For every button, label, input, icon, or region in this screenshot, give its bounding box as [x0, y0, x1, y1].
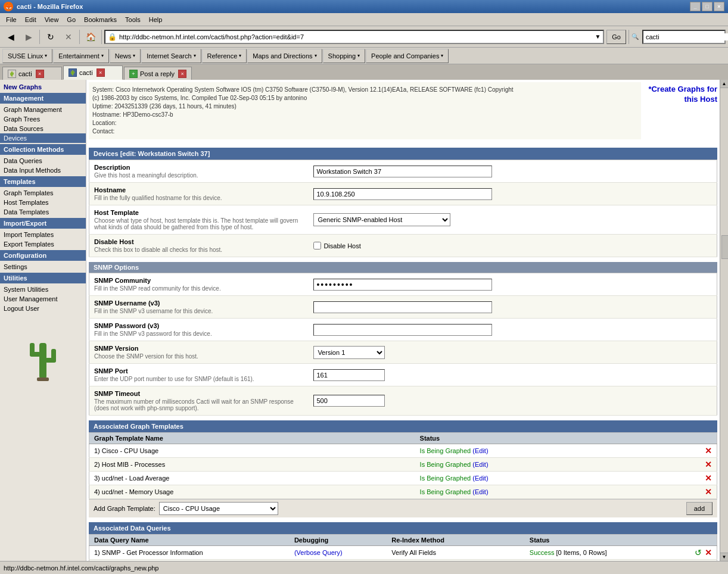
reload-button[interactable]: ↻	[42, 29, 59, 45]
snmp-row-username: SNMP Username (v3) Fill in the SNMP v3 u…	[89, 296, 717, 319]
sidebar-item-host-templates[interactable]: Host Templates	[0, 198, 86, 207]
toolbar-separator-4	[629, 30, 629, 44]
stop-button[interactable]: ✕	[60, 29, 77, 45]
menu-tools[interactable]: Tools	[122, 15, 144, 24]
search-input[interactable]	[646, 33, 728, 40]
menu-edit[interactable]: Edit	[21, 15, 40, 24]
gt-edit-link-2[interactable]: (Edit)	[472, 475, 488, 482]
bookmark-internet-search[interactable]: Internet Search▾	[141, 49, 201, 63]
sidebar-item-import-templates[interactable]: Import Templates	[0, 230, 86, 239]
menu-bookmarks[interactable]: Bookmarks	[80, 15, 120, 24]
snmp-version-select[interactable]: Version 1	[313, 346, 385, 359]
snmp-username-input[interactable]	[313, 301, 492, 313]
sidebar-item-devices[interactable]: Devices	[0, 133, 86, 143]
gt-status-2: Is Being Graphed (Edit)	[415, 472, 700, 485]
sidebar-item-data-queries[interactable]: Data Queries	[0, 156, 86, 166]
description-desc: Give this host a meaningful description.	[94, 172, 304, 179]
description-input[interactable]	[313, 166, 492, 177]
gt-delete-icon-2[interactable]: ✕	[705, 473, 712, 483]
tab-post-reply[interactable]: + Post a reply ×	[124, 67, 192, 80]
bookmark-news[interactable]: News▾	[110, 49, 141, 63]
add-graph-template-select[interactable]: Cisco - CPU Usage	[159, 502, 278, 515]
content-area: System: Cisco Internetwork Operating Sys…	[86, 80, 720, 561]
scroll-up[interactable]: ▲	[720, 80, 728, 88]
address-bar: 🔒 ▼	[104, 30, 604, 44]
tab-close-3[interactable]: ×	[178, 70, 186, 78]
gt-delete-1[interactable]: ✕	[700, 458, 717, 472]
sidebar-item-export-templates[interactable]: Export Templates	[0, 239, 86, 249]
tab-close-1[interactable]: ×	[36, 70, 44, 78]
sidebar-item-data-input-methods[interactable]: Data Input Methods	[0, 166, 86, 175]
data-queries-table: Data Query Name Debugging Re-Index Metho…	[89, 534, 717, 561]
forward-button[interactable]: ▶	[20, 29, 37, 45]
col-dq-reindex: Re-Index Method	[387, 535, 525, 546]
bookmark-suse[interactable]: SUSE Linux▾	[2, 49, 52, 63]
sidebar-item-graph-templates[interactable]: Graph Templates	[0, 188, 86, 198]
form-row-host-template: Host Template Choose what type of host, …	[89, 205, 717, 235]
bookmark-people[interactable]: People and Companies▾	[366, 49, 449, 63]
back-button[interactable]: ◀	[2, 29, 19, 45]
disable-host-checkbox-label: Disable Host	[313, 242, 712, 249]
disable-host-checkbox[interactable]	[313, 242, 321, 249]
sidebar-item-data-templates[interactable]: Data Templates	[0, 207, 86, 217]
menu-go[interactable]: Go	[63, 15, 79, 24]
dq-delete-icon-0[interactable]: ✕	[705, 548, 712, 557]
minimize-button[interactable]: _	[690, 2, 701, 11]
toolbar: ◀ ▶ ↻ ✕ 🏠 🔒 ▼ Go 🔍	[0, 26, 728, 48]
menu-help[interactable]: Help	[145, 15, 166, 24]
dq-rerun-icon-0[interactable]: ↺	[695, 548, 702, 557]
host-template-select[interactable]: Generic SNMP-enabled Host	[313, 213, 450, 226]
disable-host-desc: Check this box to disable all checks for…	[94, 247, 304, 253]
close-button[interactable]: ×	[714, 2, 724, 11]
hostname-input[interactable]	[313, 188, 492, 200]
snmp-line6: Contact:	[92, 127, 637, 136]
sidebar-item-data-sources[interactable]: Data Sources	[0, 124, 86, 133]
gt-delete-3[interactable]: ✕	[700, 485, 717, 499]
gt-delete-2[interactable]: ✕	[700, 472, 717, 485]
scroll-thumb[interactable]	[721, 235, 728, 259]
gt-delete-icon-1[interactable]: ✕	[705, 460, 712, 469]
snmp-port-input[interactable]	[313, 369, 385, 381]
dq-verbose-link-0[interactable]: (Verbose Query)	[294, 549, 343, 556]
bookmark-shopping[interactable]: Shopping▾	[323, 49, 366, 63]
sidebar-new-graphs[interactable]: New Graphs	[0, 82, 86, 92]
bookmark-reference[interactable]: Reference▾	[202, 49, 247, 63]
bookmarks-bar: SUSE Linux▾ Entertainment▾ News▾ Interne…	[0, 48, 728, 64]
home-button[interactable]: 🏠	[82, 29, 99, 45]
host-template-desc: Choose what type of host, host template …	[94, 217, 304, 230]
snmp-password-input[interactable]	[313, 324, 492, 336]
address-input[interactable]	[119, 33, 595, 40]
scrollbar[interactable]: ▲ ▼	[720, 80, 728, 561]
dq-reindex-0: Verify All Fields	[387, 546, 525, 560]
go-button[interactable]: Go	[606, 30, 626, 44]
tab-cacti-2[interactable]: 🌵 cacti ×	[63, 65, 123, 80]
sidebar-item-graph-management[interactable]: Graph Management	[0, 105, 86, 114]
add-graph-template-button[interactable]: add	[686, 502, 713, 515]
sidebar-item-user-management[interactable]: User Management	[0, 294, 86, 304]
snmp-line5: Location:	[92, 119, 637, 127]
gt-delete-icon-3[interactable]: ✕	[705, 487, 712, 497]
menu-view[interactable]: View	[41, 15, 63, 24]
search-bar	[642, 30, 726, 44]
tab-cacti-1[interactable]: 🌵 cacti ×	[2, 67, 62, 80]
snmp-community-input[interactable]	[313, 279, 492, 291]
gt-delete-icon-0[interactable]: ✕	[705, 446, 712, 456]
maximize-button[interactable]: □	[702, 2, 713, 11]
snmp-timeout-desc: The maximum number of milliseconds Cacti…	[94, 398, 304, 411]
scroll-down[interactable]: ▼	[720, 553, 728, 561]
tab-close-2[interactable]: ×	[97, 68, 105, 77]
sidebar-item-system-utilities[interactable]: System Utilities	[0, 285, 86, 294]
gt-edit-link-3[interactable]: (Edit)	[472, 488, 488, 495]
create-graphs-link[interactable]: *Create Graphs for this Host	[648, 85, 717, 105]
sidebar-item-logout-user[interactable]: Logout User	[0, 304, 86, 313]
gt-delete-0[interactable]: ✕	[700, 444, 717, 458]
snmp-port-label: SNMP Port	[94, 367, 304, 375]
menu-file[interactable]: File	[2, 15, 20, 24]
snmp-timeout-input[interactable]	[313, 395, 385, 407]
sidebar-item-settings[interactable]: Settings	[0, 262, 86, 272]
bookmark-maps[interactable]: Maps and Directions▾	[247, 49, 322, 63]
gt-edit-link-0[interactable]: (Edit)	[472, 447, 488, 454]
bookmark-entertainment[interactable]: Entertainment▾	[53, 49, 108, 63]
gt-edit-link-1[interactable]: (Edit)	[472, 461, 488, 468]
sidebar-item-graph-trees[interactable]: Graph Trees	[0, 114, 86, 124]
